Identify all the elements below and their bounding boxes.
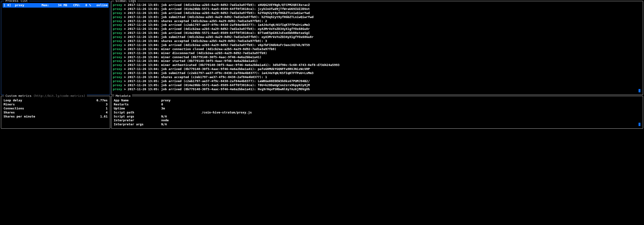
global-logs-panel[interactable]: Global Logs proxy > 2017-11-26 13:03: jo… <box>111 1 643 95</box>
log-prefix: proxy <box>113 75 122 79</box>
process-cpu-label: CPU: <box>67 3 82 7</box>
log-text: > 2017-11-26 13:04: job arrived (4d1cb2e… <box>122 43 310 47</box>
log-text: > 2017-11-26 13:04: miner authenticated … <box>122 63 340 67</box>
log-text: > 2017-11-26 13:04: job arrived (4d1cb2e… <box>122 27 310 30</box>
log-prefix: proxy <box>113 35 122 39</box>
log-text: > 2017-11-26 13:05: job arrived (c2eb179… <box>122 79 310 83</box>
metadata-body: App NameproxyRestarts0Uptime3mScript pat… <box>113 98 642 127</box>
log-prefix: proxy <box>113 67 122 71</box>
metric-value: 1 <box>106 106 108 110</box>
metric-key: Connections <box>4 106 24 110</box>
process-status: online <box>91 3 108 7</box>
log-prefix: proxy <box>113 27 122 30</box>
meta-value: 0 <box>161 102 163 106</box>
log-text: > 2017-11-26 13:03: job submitted (4d1cb… <box>122 15 314 19</box>
meta-key: Interpreter args <box>114 122 161 126</box>
meta-value: node <box>161 118 168 122</box>
log-line: proxy > 2017-11-26 13:04: job submitted … <box>113 71 642 75</box>
log-prefix: proxy <box>113 15 122 19</box>
log-text: > 2017-11-26 13:03: job arrived (014e20b… <box>122 7 310 11</box>
log-line: proxy > 2017-11-26 13:03: job arrived (4… <box>113 3 642 7</box>
metric-key: Miners <box>4 102 15 106</box>
log-line: proxy > 2017-11-26 13:04: shares accepte… <box>113 39 642 43</box>
meta-value: N/A <box>161 115 167 119</box>
log-line: proxy > 2017-11-26 13:04: job arrived (8… <box>113 67 642 71</box>
metric-value: 1.61 <box>100 115 108 119</box>
log-text: > 2017-11-26 13:04: miner connection clo… <box>122 47 276 51</box>
scroll-indicator[interactable] <box>638 89 640 92</box>
log-line: proxy > 2017-11-26 13:03: job submitted … <box>113 15 642 19</box>
log-text: > 2017-11-26 13:03: job arrived (4d1cb2e… <box>122 3 310 7</box>
log-text: > 2017-11-26 13:04: job arrived (c2eb179… <box>122 23 310 26</box>
log-line: proxy > 2017-11-26 13:04: miner authenti… <box>113 63 642 67</box>
log-line: proxy > 2017-11-26 13:03: job arrived (4… <box>113 11 642 15</box>
meta-row: App Nameproxy <box>114 98 640 102</box>
metric-value: 3 <box>106 102 108 106</box>
metric-row: Connections1 <box>4 106 108 110</box>
log-prefix: proxy <box>113 11 122 15</box>
metric-row: Shares4 <box>4 110 108 115</box>
global-logs-title: Global Logs <box>114 0 138 3</box>
log-prefix: proxy <box>113 71 122 75</box>
meta-value: proxy <box>161 98 170 102</box>
meta-row: Uptime3m <box>114 106 640 110</box>
custom-metrics-panel: Custom metrics (http://bit.ly/code-metri… <box>1 96 110 129</box>
meta-row: Script argsN/A <box>114 115 640 119</box>
log-prefix: proxy <box>113 87 122 91</box>
scroll-indicator[interactable] <box>638 123 640 126</box>
meta-row: Restarts0 <box>114 102 640 106</box>
log-line: proxy > 2017-11-26 13:05: job arrived (8… <box>113 87 642 92</box>
log-line: proxy > 2017-11-26 13:05: job arrived (c… <box>113 79 642 83</box>
process-mem: 34 MB <box>53 3 67 7</box>
log-prefix: proxy <box>113 51 122 55</box>
log-line: proxy > 2017-11-26 13:04: job arrived (4… <box>113 27 642 31</box>
meta-row: Script path/coin-hive-stratum/proxy.js <box>114 110 640 115</box>
log-text: > 2017-11-26 13:04: miner started (8b779… <box>122 59 258 63</box>
log-prefix: proxy <box>113 19 122 23</box>
process-row[interactable]: [ 0] proxy Mem: 34 MB CPU: 0 % online <box>2 3 108 8</box>
metric-value: 0.77ms <box>96 98 108 102</box>
process-list-panel[interactable]: Process list [ 0] proxy Mem: 34 MB CPU: … <box>1 1 110 95</box>
log-text: > 2017-11-26 13:05: job arrived (8b77914… <box>122 87 310 91</box>
log-text: > 2017-11-26 13:04: miner connected (8b7… <box>122 55 262 59</box>
log-prefix: proxy <box>113 31 122 35</box>
log-text: > 2017-11-26 13:04: job arrived (8b77914… <box>122 67 310 71</box>
log-line: proxy > 2017-11-26 13:04: miner connecte… <box>113 55 642 59</box>
process-list-title: Process list <box>4 0 29 3</box>
metadata-title: Metadata <box>114 94 132 98</box>
log-line: proxy > 2017-11-26 13:03: shares accepte… <box>113 19 642 23</box>
meta-value: /coin-hive-stratum/proxy.js <box>161 110 252 115</box>
process-cpu: 0 % <box>82 3 91 7</box>
meta-value: N/A <box>161 122 167 126</box>
metric-value: 4 <box>106 110 108 115</box>
log-text: > 2017-11-26 13:04: miner disconnected (… <box>122 51 267 55</box>
log-text: > 2017-11-26 13:04: shares accepted (4d1… <box>122 39 267 43</box>
log-prefix: proxy <box>113 83 122 87</box>
log-text: > 2017-11-26 13:04: job arrived (014e20b… <box>122 31 310 35</box>
log-text: > 2017-11-26 13:03: shares accepted (4d1… <box>122 19 267 23</box>
log-line: proxy > 2017-11-26 13:04: shares accepte… <box>113 75 642 79</box>
custom-metrics-title: Custom metrics (http://bit.ly/code-metri… <box>4 94 87 98</box>
global-logs-body[interactable]: proxy > 2017-11-26 13:03: job arrived (4… <box>113 3 642 93</box>
meta-key: Script path <box>114 110 161 115</box>
log-text: > 2017-11-26 13:04: shares accepted (c2e… <box>122 75 267 79</box>
meta-row: Interpreter argsN/A <box>114 122 640 126</box>
metric-key: Shares <box>4 110 15 115</box>
meta-key: Script args <box>114 115 161 119</box>
custom-metrics-body: Loop delay0.77msMiners3Connections1Share… <box>2 98 108 119</box>
log-prefix: proxy <box>113 63 122 67</box>
metadata-panel: Metadata App NameproxyRestarts0Uptime3mS… <box>111 96 643 129</box>
log-prefix: proxy <box>113 59 122 63</box>
log-line: proxy > 2017-11-26 13:04: miner started … <box>113 59 642 63</box>
log-line: proxy > 2017-11-26 13:04: job arrived (0… <box>113 31 642 35</box>
log-line: proxy > 2017-11-26 13:04: job submitted … <box>113 35 642 39</box>
log-line: proxy > 2017-11-26 13:04: job arrived (4… <box>113 43 642 47</box>
meta-key: Restarts <box>114 102 161 106</box>
log-prefix: proxy <box>113 79 122 83</box>
metric-row: Shares per minute1.61 <box>4 115 108 119</box>
meta-key: Interpreter <box>114 118 161 122</box>
log-text: > 2017-11-26 13:04: job submitted (4d1cb… <box>122 35 314 39</box>
metric-key: Shares per minute <box>4 115 35 119</box>
process-list-body: [ 0] proxy Mem: 34 MB CPU: 0 % online <box>2 3 108 93</box>
log-prefix: proxy <box>113 39 122 43</box>
